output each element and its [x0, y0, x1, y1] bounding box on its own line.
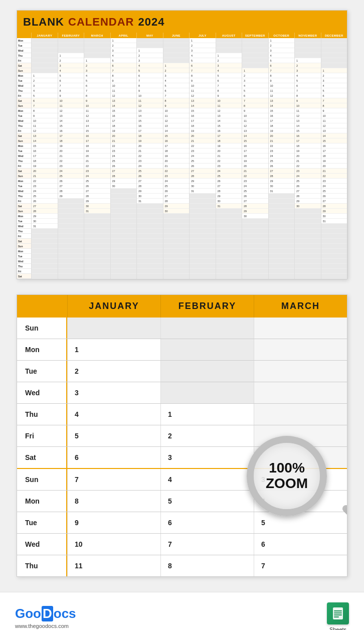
- header-blank: BLANK: [23, 16, 64, 29]
- day-label-row: Wed: [17, 224, 31, 229]
- mini-calendar: BLANK CALENDAR 2024 JANUARY FEBRUARY MAR…: [17, 10, 347, 279]
- day-label-row: Mon: [17, 249, 31, 254]
- day-label-row: Fri: [17, 269, 31, 274]
- day-label-row: Fri: [17, 199, 31, 204]
- mar-cell: [254, 339, 347, 360]
- day-label-row: Mon: [17, 108, 31, 113]
- day-label-row: Sat: [17, 239, 31, 244]
- day-label-row: Wed: [17, 153, 31, 159]
- day-label-row: Thu: [17, 123, 31, 128]
- day-label-spacer: [17, 33, 31, 38]
- day-label-row: Sat: [17, 63, 31, 68]
- day-label-row: Tue: [17, 148, 31, 153]
- day-label-row: Mon: [17, 143, 31, 148]
- month-nov: NOVEMBER: [294, 33, 321, 38]
- day-label-row: Tue: [17, 219, 31, 224]
- day-name-sun: Sun: [17, 318, 67, 339]
- zoom-calendar: JANUARY FEBRUARY MARCH Sun Mon 1 Tue 2 W…: [17, 294, 347, 577]
- jan-cell: 8: [67, 491, 160, 512]
- table-row: Fri 5 2: [17, 425, 347, 447]
- day-name-sun: Sun: [17, 469, 67, 490]
- month-feb: FEBRUARY: [58, 33, 84, 38]
- day-name-sat: Sat: [17, 447, 67, 468]
- feb-cell: 5: [160, 491, 254, 512]
- may-column: 1 2 3 4 5 6 7 8 9 10 11 12 13 14 15 16 1…: [136, 38, 163, 279]
- day-label-row: Tue: [17, 254, 31, 259]
- day-label-row: Sun: [17, 209, 31, 214]
- april-column: 1 2 3 4 5 6 7 8 9 10 11 12 13 14 15 16 1…: [110, 38, 137, 279]
- day-name-thu: Thu: [17, 404, 67, 425]
- day-label-row: Wed: [17, 118, 31, 123]
- jan-cell: 7: [67, 469, 160, 490]
- day-label-row: Fri: [17, 164, 31, 169]
- day-label-row: Fri: [17, 58, 31, 63]
- june-column: 1 2 3 4 5 6 7 8 9 10 11 12 13 14 15 16 1…: [163, 38, 190, 279]
- mar-cell: [254, 361, 347, 382]
- day-label-row: Thu: [17, 229, 31, 234]
- table-row: Wed 10 7 6: [17, 534, 347, 555]
- october-column: 1 2 3 4 5 6 7 8 9 10 11 12 13 14 15 16 1…: [268, 38, 295, 279]
- feb-cell: 8: [160, 555, 254, 576]
- months-row: JANUARY FEBRUARY MARCH APRIL MAY JUNE JU…: [17, 33, 347, 38]
- mar-cell: 7: [254, 555, 347, 576]
- zoom-month-jan: JANUARY: [67, 295, 160, 318]
- day-label-row: Sat: [17, 204, 31, 209]
- day-name-mon: Mon: [17, 491, 67, 512]
- day-label-row: Sun: [17, 174, 31, 179]
- feb-cell: 3: [160, 447, 254, 468]
- day-label-row: Sun: [17, 244, 31, 249]
- month-may: MAY: [136, 33, 163, 38]
- month-apr: APRIL: [110, 33, 137, 38]
- mar-cell: [254, 404, 347, 425]
- day-label-row: Sun: [17, 138, 31, 143]
- jan-cell: 6: [67, 447, 160, 468]
- jan-cell: 1: [67, 339, 160, 360]
- day-label-row: Wed: [17, 83, 31, 88]
- day-label-row: Fri: [17, 234, 31, 239]
- day-label-row: Fri: [17, 93, 31, 98]
- day-label-row: Mon: [17, 179, 31, 184]
- zoom-header: JANUARY FEBRUARY MARCH: [17, 295, 347, 318]
- table-row: Sat 6 3: [17, 447, 347, 469]
- mar-cell: [254, 447, 347, 468]
- month-jun: JUNE: [163, 33, 190, 38]
- feb-cell: 2: [160, 425, 254, 446]
- table-row: Wed 3: [17, 382, 347, 404]
- day-name-fri: Fri: [17, 425, 67, 446]
- footer-sheets-section: Sheets: [327, 602, 349, 630]
- table-row: Sun: [17, 318, 347, 339]
- table-row: Sun 7 4 3: [17, 469, 347, 491]
- table-row: Thu 11 8 7: [17, 555, 347, 576]
- footer-url: www.thegoodocs.com: [15, 623, 76, 629]
- table-row: Tue 2: [17, 361, 347, 382]
- day-label-row: Wed: [17, 48, 31, 53]
- day-label-row: Wed: [17, 189, 31, 194]
- day-name-thu: Thu: [17, 555, 67, 576]
- header-year: 2024: [138, 16, 164, 29]
- calendar-grid-body: Mon Tue Wed Thu Fri Sat Sun Mon Tue Wed …: [17, 38, 347, 279]
- march-column: 1 2 3 4 5 6 7 8 9 10 11 12 13 14 15 16 1…: [84, 38, 110, 279]
- day-label-row: Tue: [17, 78, 31, 83]
- feb-cell: 1: [160, 404, 254, 425]
- month-sep: SEPTEMBER: [242, 33, 268, 38]
- logo-d: D: [42, 606, 53, 621]
- day-label-row: Sun: [17, 68, 31, 73]
- footer-logo-section: GooDocs www.thegoodocs.com: [15, 606, 76, 629]
- table-row: Mon 1: [17, 339, 347, 361]
- feb-cell: 4: [160, 469, 254, 490]
- jan-cell: 5: [67, 425, 160, 446]
- feb-cell: 6: [160, 512, 254, 533]
- day-label-row: Mon: [17, 38, 31, 43]
- day-label-row: Sat: [17, 169, 31, 174]
- svg-rect-3: [334, 614, 342, 615]
- jan-cell: 3: [67, 382, 160, 403]
- feb-cell: [160, 339, 254, 360]
- zoom-spacer: [17, 295, 67, 318]
- month-jan: JANUARY: [31, 33, 58, 38]
- svg-rect-4: [334, 616, 339, 617]
- day-label-row: Sun: [17, 103, 31, 108]
- mar-cell: [254, 318, 347, 339]
- september-column: 1 2 3 4 5 6 7 8 9 10 11 12 13 14 15 16 1…: [242, 38, 268, 279]
- day-label-row: Sat: [17, 133, 31, 138]
- footer: GooDocs www.thegoodocs.com Sheets: [0, 592, 364, 630]
